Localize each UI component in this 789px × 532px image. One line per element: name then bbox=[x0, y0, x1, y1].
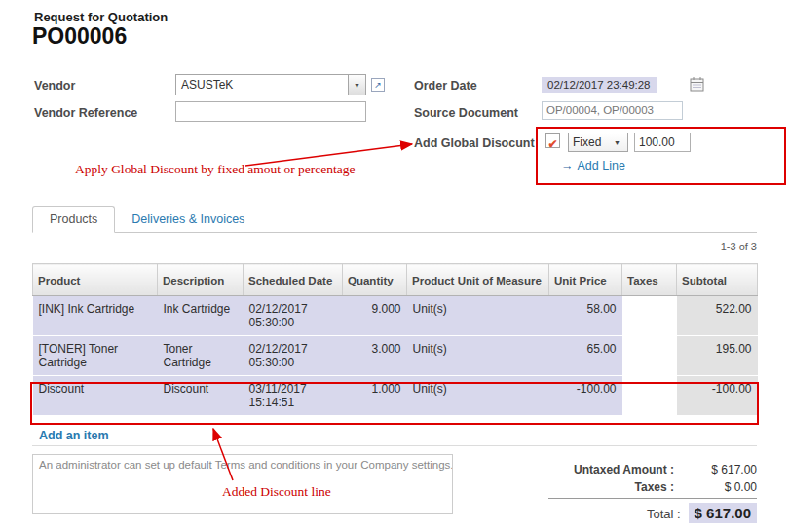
source-document-input[interactable]: OP/00004, OP/00003 bbox=[542, 101, 683, 120]
annotation-text-global-discount: Apply Global Discount by fixed amout or … bbox=[75, 162, 356, 177]
total-row: Total : $ 617.00 bbox=[545, 503, 757, 523]
global-discount-checkbox[interactable]: ✔ bbox=[545, 133, 560, 148]
cell-uom[interactable]: Unit(s) bbox=[407, 336, 549, 376]
total-value: $ 617.00 bbox=[689, 503, 757, 523]
annotation-arrow-discount-controls bbox=[245, 144, 412, 166]
cell-description[interactable]: Toner Cartridge bbox=[158, 336, 244, 376]
cell-unit-price[interactable]: 65.00 bbox=[549, 336, 622, 376]
vendor-reference-input[interactable] bbox=[175, 101, 366, 122]
chevron-down-icon: ▼ bbox=[614, 133, 627, 151]
purchase-order-form: Request for Quotation PO00006 Vendor ASU… bbox=[0, 0, 789, 532]
cell-uom[interactable]: Unit(s) bbox=[407, 376, 549, 416]
cell-product[interactable]: [INK] Ink Cartridge bbox=[33, 296, 158, 336]
vendor-label: Vendor bbox=[34, 79, 75, 93]
cell-quantity[interactable]: 1.000 bbox=[343, 376, 407, 416]
pager: 1-3 of 3 bbox=[721, 241, 757, 252]
checkbox-check-icon: ✔ bbox=[547, 137, 557, 151]
col-product[interactable]: Product bbox=[33, 264, 158, 296]
add-an-item-link[interactable]: Add an item bbox=[39, 429, 109, 442]
vendor-select[interactable]: ASUSTeK ▼ bbox=[175, 74, 366, 95]
table-header-row: Product Description Scheduled Date Quant… bbox=[33, 264, 758, 296]
order-date-value[interactable]: 02/12/2017 23:49:28 bbox=[542, 77, 657, 93]
cell-unit-price[interactable]: 58.00 bbox=[549, 296, 622, 336]
untaxed-amount-label: Untaxed Amount : bbox=[545, 463, 674, 476]
table-row-discount[interactable]: Discount Discount 03/11/2017 15:14:51 1.… bbox=[33, 376, 758, 416]
tab-deliveries-invoices[interactable]: Deliveries & Invoices bbox=[115, 207, 261, 232]
order-lines-table: Product Description Scheduled Date Quant… bbox=[32, 263, 758, 416]
cell-product[interactable]: Discount bbox=[33, 376, 158, 416]
notebook-tabs: Products Deliveries & Invoices bbox=[32, 206, 757, 233]
cell-taxes[interactable] bbox=[622, 296, 677, 336]
add-line-label: Add Line bbox=[578, 159, 625, 172]
cell-subtotal[interactable]: 522.00 bbox=[677, 296, 758, 336]
cell-unit-price[interactable]: -100.00 bbox=[549, 376, 622, 416]
table-row[interactable]: [INK] Ink Cartridge Ink Cartridge 02/12/… bbox=[33, 296, 758, 336]
terms-and-conditions-box[interactable]: An administrator can set up default Term… bbox=[32, 454, 453, 514]
cell-scheduled-date[interactable]: 03/11/2017 15:14:51 bbox=[244, 376, 343, 416]
col-quantity[interactable]: Quantity bbox=[343, 264, 407, 296]
total-label: Total : bbox=[545, 507, 681, 521]
cell-scheduled-date[interactable]: 02/12/2017 05:30:00 bbox=[244, 336, 343, 376]
arrow-right-icon: → bbox=[561, 159, 574, 172]
add-line-link[interactable]: →Add Line bbox=[561, 159, 625, 172]
totals-divider bbox=[548, 498, 757, 499]
cell-subtotal[interactable]: 195.00 bbox=[677, 336, 758, 376]
add-item-row: Add an item bbox=[32, 426, 757, 446]
taxes-value: $ 0.00 bbox=[674, 480, 757, 494]
untaxed-amount-value: $ 617.00 bbox=[674, 463, 757, 476]
cell-description[interactable]: Discount bbox=[158, 376, 244, 416]
cell-taxes[interactable] bbox=[622, 376, 677, 416]
external-link-icon[interactable]: ↗ bbox=[371, 78, 385, 92]
vendor-reference-label: Vendor Reference bbox=[34, 106, 137, 120]
discount-type-value: Fixed bbox=[569, 133, 614, 151]
cell-quantity[interactable]: 9.000 bbox=[343, 296, 407, 336]
taxes-label: Taxes : bbox=[545, 480, 674, 494]
document-type-label: Request for Quotation bbox=[34, 10, 168, 24]
page-title: PO00006 bbox=[32, 23, 127, 50]
cell-uom[interactable]: Unit(s) bbox=[407, 296, 549, 336]
calendar-icon[interactable] bbox=[690, 76, 704, 95]
col-taxes[interactable]: Taxes bbox=[622, 264, 677, 296]
cell-quantity[interactable]: 3.000 bbox=[343, 336, 407, 376]
col-unit-price[interactable]: Unit Price bbox=[549, 264, 622, 296]
untaxed-amount-row: Untaxed Amount : $ 617.00 bbox=[545, 463, 757, 476]
order-date-label: Order Date bbox=[414, 79, 477, 93]
cell-description[interactable]: Ink Cartridge bbox=[158, 296, 244, 336]
vendor-value: ASUSTeK bbox=[176, 75, 348, 95]
chevron-down-icon[interactable]: ▼ bbox=[348, 75, 365, 95]
col-uom[interactable]: Product Unit of Measure bbox=[407, 264, 549, 296]
col-description[interactable]: Description bbox=[158, 264, 244, 296]
cell-product[interactable]: [TONER] Toner Cartridge bbox=[33, 336, 158, 376]
cell-scheduled-date[interactable]: 02/12/2017 05:30:00 bbox=[244, 296, 343, 336]
source-document-label: Source Document bbox=[414, 106, 518, 120]
taxes-row: Taxes : $ 0.00 bbox=[545, 480, 757, 494]
cell-taxes[interactable] bbox=[622, 336, 677, 376]
tab-products[interactable]: Products bbox=[32, 206, 115, 233]
col-subtotal[interactable]: Subtotal bbox=[677, 264, 758, 296]
table-row[interactable]: [TONER] Toner Cartridge Toner Cartridge … bbox=[33, 336, 758, 376]
global-discount-label: Add Global Disocunt bbox=[414, 136, 535, 150]
col-scheduled-date[interactable]: Scheduled Date bbox=[244, 264, 343, 296]
cell-subtotal[interactable]: -100.00 bbox=[677, 376, 758, 416]
discount-amount-input[interactable]: 100.00 bbox=[634, 133, 691, 152]
discount-type-select[interactable]: Fixed ▼ bbox=[568, 133, 628, 152]
